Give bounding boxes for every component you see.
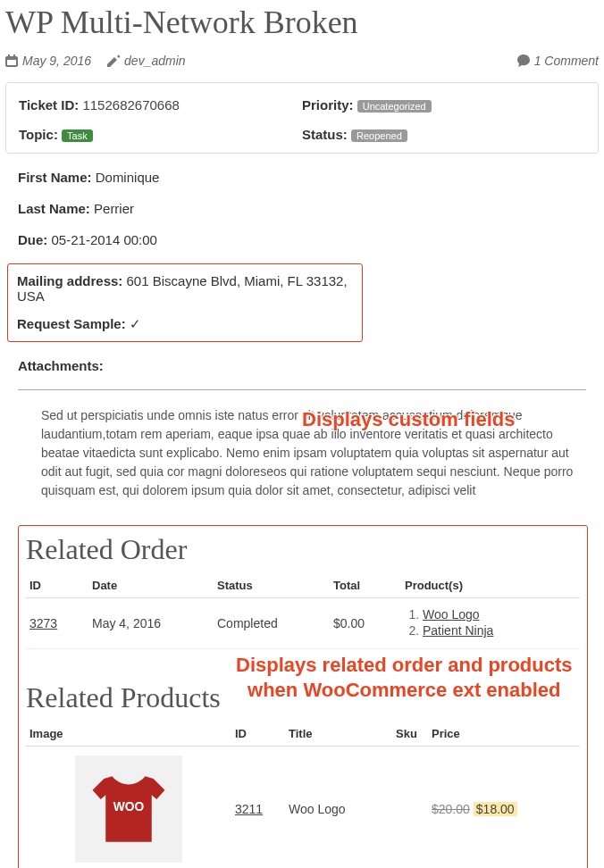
highlighted-custom-fields: Mailing address: 601 Biscayne Blvd, Miam… — [7, 263, 363, 342]
comment-count[interactable]: 1 Comment — [517, 54, 599, 68]
last-name-label: Last Name: — [18, 201, 90, 216]
first-name-label: First Name: — [18, 170, 92, 185]
col-total: Total — [330, 573, 401, 598]
product-link[interactable]: Woo Logo — [423, 607, 480, 622]
pencil-icon — [107, 54, 120, 67]
tshirt-icon: WOO — [88, 768, 170, 850]
mailing-label: Mailing address: — [17, 273, 122, 288]
sample-value: ✓ — [130, 316, 141, 331]
comment-icon — [517, 54, 530, 67]
col-id: ID — [26, 573, 88, 598]
sample-label: Request Sample: — [17, 316, 126, 331]
calendar-icon — [5, 54, 18, 67]
table-row: 3273 May 4, 2016 Completed $0.00 Woo Log… — [26, 598, 580, 649]
related-products-heading: Related Products — [26, 681, 580, 714]
first-name-value: Dominique — [96, 170, 160, 185]
order-status: Completed — [214, 598, 330, 649]
related-order-table: ID Date Status Total Product(s) 3273 May… — [26, 573, 580, 649]
col-sku: Sku — [392, 722, 428, 747]
order-date: May 4, 2016 — [88, 598, 214, 649]
priority-badge: Uncategorized — [357, 100, 432, 113]
col-title: Title — [285, 722, 392, 747]
col-image: Image — [26, 722, 231, 747]
order-id-link[interactable]: 3273 — [29, 616, 57, 630]
related-section: Related Order ID Date Status Total Produ… — [18, 525, 588, 868]
priority-label: Priority: — [302, 97, 354, 113]
divider — [18, 389, 586, 390]
product-id-link[interactable]: 3211 — [235, 802, 263, 816]
topic-badge: Task — [62, 129, 93, 142]
attachments-label: Attachments: — [18, 358, 104, 373]
due-value: 05-21-2014 00:00 — [52, 232, 157, 247]
table-row: WOO 3211 Woo Logo $20.00$18.00 — [26, 747, 580, 868]
page-title: WP Multi-Network Broken — [5, 4, 599, 41]
col-id: ID — [231, 722, 285, 747]
list-item: Woo Logo — [423, 607, 576, 622]
list-item: Patient Ninja — [423, 623, 576, 638]
order-products-list: Woo Logo Patient Ninja — [405, 607, 576, 638]
ticket-id-value: 1152682670668 — [82, 97, 179, 113]
order-total: $0.00 — [330, 598, 401, 649]
status-label: Status: — [302, 127, 348, 142]
post-author: dev_admin — [107, 54, 186, 68]
col-date: Date — [88, 573, 214, 598]
col-products: Product(s) — [401, 573, 580, 598]
svg-text:WOO: WOO — [113, 800, 145, 814]
product-link[interactable]: Patient Ninja — [423, 623, 493, 638]
post-date: May 9, 2016 — [5, 54, 91, 68]
meta-bar: May 9, 2016 dev_admin 1 Comment — [5, 50, 599, 77]
product-image[interactable]: WOO — [75, 755, 182, 863]
custom-fields: First Name: Dominique Last Name: Perrier… — [5, 154, 599, 373]
product-sku — [392, 747, 428, 868]
product-title: Woo Logo — [285, 747, 392, 868]
col-price: Price — [428, 722, 580, 747]
product-price: $20.00$18.00 — [428, 747, 580, 868]
due-label: Due: — [18, 232, 47, 247]
col-status: Status — [214, 573, 330, 598]
ticket-info-box: Ticket ID: 1152682670668 Topic: Task Pri… — [5, 82, 599, 154]
topic-label: Topic: — [19, 127, 58, 142]
ticket-id-label: Ticket ID: — [19, 97, 79, 113]
ticket-body: Sed ut perspiciatis unde omnis iste natu… — [5, 406, 599, 500]
related-products-table: Image ID Title Sku Price — [26, 722, 580, 868]
status-badge: Reopened — [351, 129, 407, 142]
related-order-heading: Related Order — [26, 533, 580, 566]
last-name-value: Perrier — [94, 201, 134, 216]
